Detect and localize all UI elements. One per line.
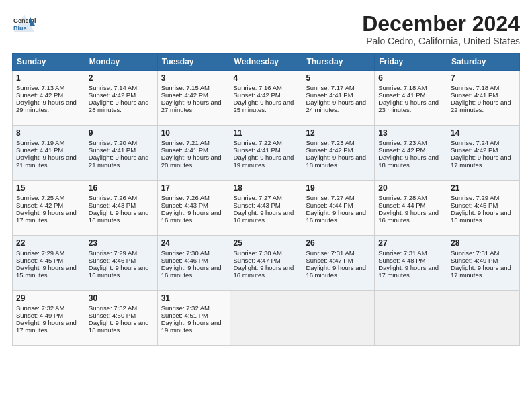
day-cell: 31Sunrise: 7:32 AMSunset: 4:51 PMDayligh… — [157, 291, 230, 346]
day-number: 11 — [234, 128, 299, 138]
day-number: 23 — [89, 238, 154, 248]
sunset-text: Sunset: 4:42 PM — [451, 146, 498, 154]
sunset-text: Sunset: 4:42 PM — [306, 146, 353, 154]
day-number: 19 — [306, 183, 371, 193]
day-number: 21 — [451, 183, 516, 193]
sunset-text: Sunset: 4:47 PM — [306, 257, 353, 264]
day-number: 31 — [161, 293, 226, 303]
sunset-text: Sunset: 4:49 PM — [451, 257, 498, 264]
daylight-text: Daylight: 9 hours and 17 minutes. — [16, 209, 77, 224]
daylight-text: Daylight: 9 hours and 25 minutes. — [234, 99, 294, 113]
weekday-header-saturday: Saturday — [447, 54, 520, 71]
day-cell: 26Sunrise: 7:31 AMSunset: 4:47 PMDayligh… — [302, 236, 375, 291]
day-cell: 4Sunrise: 7:16 AMSunset: 4:42 PMDaylight… — [230, 71, 302, 126]
sunrise-text: Sunrise: 7:26 AM — [161, 194, 210, 201]
sunrise-text: Sunrise: 7:30 AM — [234, 249, 282, 257]
sunset-text: Sunset: 4:42 PM — [378, 146, 425, 154]
daylight-text: Daylight: 9 hours and 23 minutes. — [378, 99, 439, 113]
daylight-text: Daylight: 9 hours and 21 minutes. — [16, 154, 77, 169]
sunrise-text: Sunrise: 7:32 AM — [16, 304, 64, 312]
day-cell — [302, 291, 375, 346]
daylight-text: Daylight: 9 hours and 16 minutes. — [161, 264, 222, 279]
daylight-text: Daylight: 9 hours and 16 minutes. — [161, 209, 222, 224]
daylight-text: Daylight: 9 hours and 16 minutes. — [89, 209, 149, 224]
day-cell: 19Sunrise: 7:27 AMSunset: 4:44 PMDayligh… — [302, 181, 375, 236]
weekday-header-monday: Monday — [85, 54, 157, 71]
day-cell — [230, 291, 302, 346]
daylight-text: Daylight: 9 hours and 18 minutes. — [89, 319, 149, 334]
daylight-text: Daylight: 9 hours and 28 minutes. — [89, 99, 149, 113]
sunrise-text: Sunrise: 7:30 AM — [161, 249, 210, 257]
weekday-header-row: SundayMondayTuesdayWednesdayThursdayFrid… — [13, 54, 520, 71]
daylight-text: Daylight: 9 hours and 22 minutes. — [451, 99, 511, 113]
daylight-text: Daylight: 9 hours and 19 minutes. — [234, 154, 294, 169]
sunset-text: Sunset: 4:42 PM — [234, 91, 281, 99]
day-cell: 16Sunrise: 7:26 AMSunset: 4:43 PMDayligh… — [85, 181, 157, 236]
sunset-text: Sunset: 4:42 PM — [16, 201, 63, 209]
svg-text:Blue: Blue — [13, 25, 27, 32]
day-number: 7 — [451, 73, 516, 83]
day-cell: 29Sunrise: 7:32 AMSunset: 4:49 PMDayligh… — [13, 291, 85, 346]
sunset-text: Sunset: 4:45 PM — [16, 257, 63, 264]
day-number: 6 — [378, 73, 443, 83]
day-number: 26 — [306, 238, 371, 248]
daylight-text: Daylight: 9 hours and 16 minutes. — [234, 264, 294, 279]
sunrise-text: Sunrise: 7:15 AM — [161, 84, 210, 91]
sunset-text: Sunset: 4:41 PM — [451, 91, 498, 99]
header: General Blue December 2024 Palo Cedro, C… — [12, 12, 520, 46]
sunset-text: Sunset: 4:41 PM — [234, 146, 281, 154]
day-cell: 10Sunrise: 7:21 AMSunset: 4:41 PMDayligh… — [157, 126, 230, 181]
sunset-text: Sunset: 4:45 PM — [451, 201, 498, 209]
day-cell: 28Sunrise: 7:31 AMSunset: 4:49 PMDayligh… — [447, 236, 520, 291]
day-number: 29 — [16, 293, 81, 303]
daylight-text: Daylight: 9 hours and 27 minutes. — [161, 99, 222, 113]
day-number: 15 — [16, 183, 81, 193]
day-number: 27 — [378, 238, 443, 248]
sunset-text: Sunset: 4:41 PM — [378, 91, 425, 99]
daylight-text: Daylight: 9 hours and 15 minutes. — [16, 264, 77, 279]
sunrise-text: Sunrise: 7:32 AM — [161, 304, 210, 312]
day-cell: 15Sunrise: 7:25 AMSunset: 4:42 PMDayligh… — [13, 181, 85, 236]
daylight-text: Daylight: 9 hours and 16 minutes. — [234, 209, 294, 224]
day-cell: 1Sunrise: 7:13 AMSunset: 4:42 PMDaylight… — [13, 71, 85, 126]
sunrise-text: Sunrise: 7:14 AM — [89, 84, 137, 91]
sunrise-text: Sunrise: 7:13 AM — [16, 84, 64, 91]
sunset-text: Sunset: 4:44 PM — [306, 201, 353, 209]
daylight-text: Daylight: 9 hours and 29 minutes. — [16, 99, 77, 113]
sunset-text: Sunset: 4:48 PM — [378, 257, 425, 264]
sunset-text: Sunset: 4:43 PM — [161, 201, 208, 209]
sunrise-text: Sunrise: 7:32 AM — [89, 304, 137, 312]
sunset-text: Sunset: 4:50 PM — [89, 312, 136, 319]
daylight-text: Daylight: 9 hours and 16 minutes. — [306, 264, 366, 279]
sunrise-text: Sunrise: 7:19 AM — [16, 139, 64, 146]
daylight-text: Daylight: 9 hours and 17 minutes. — [378, 264, 439, 279]
sunset-text: Sunset: 4:43 PM — [234, 201, 281, 209]
daylight-text: Daylight: 9 hours and 24 minutes. — [306, 99, 366, 113]
week-row-2: 8Sunrise: 7:19 AMSunset: 4:41 PMDaylight… — [13, 126, 520, 181]
sunset-text: Sunset: 4:43 PM — [89, 201, 136, 209]
day-cell: 8Sunrise: 7:19 AMSunset: 4:41 PMDaylight… — [13, 126, 85, 181]
sunrise-text: Sunrise: 7:23 AM — [306, 139, 354, 146]
sunrise-text: Sunrise: 7:18 AM — [378, 84, 427, 91]
day-cell: 3Sunrise: 7:15 AMSunset: 4:42 PMDaylight… — [157, 71, 230, 126]
day-number: 1 — [16, 73, 81, 83]
daylight-text: Daylight: 9 hours and 16 minutes. — [89, 264, 149, 279]
sunrise-text: Sunrise: 7:17 AM — [306, 84, 354, 91]
month-title: December 2024 — [362, 12, 520, 36]
day-cell: 11Sunrise: 7:22 AMSunset: 4:41 PMDayligh… — [230, 126, 302, 181]
daylight-text: Daylight: 9 hours and 18 minutes. — [378, 154, 439, 169]
day-cell: 18Sunrise: 7:27 AMSunset: 4:43 PMDayligh… — [230, 181, 302, 236]
day-number: 9 — [89, 128, 154, 138]
sunset-text: Sunset: 4:47 PM — [234, 257, 281, 264]
sunset-text: Sunset: 4:41 PM — [306, 91, 353, 99]
day-cell: 9Sunrise: 7:20 AMSunset: 4:41 PMDaylight… — [85, 126, 157, 181]
sunrise-text: Sunrise: 7:21 AM — [161, 139, 210, 146]
weekday-header-tuesday: Tuesday — [157, 54, 230, 71]
weekday-header-friday: Friday — [375, 54, 447, 71]
calendar-container: General Blue December 2024 Palo Cedro, C… — [0, 0, 532, 353]
sunrise-text: Sunrise: 7:28 AM — [378, 194, 427, 201]
day-number: 25 — [234, 238, 299, 248]
day-cell: 7Sunrise: 7:18 AMSunset: 4:41 PMDaylight… — [447, 71, 520, 126]
sunrise-text: Sunrise: 7:26 AM — [89, 194, 137, 201]
weekday-header-thursday: Thursday — [302, 54, 375, 71]
